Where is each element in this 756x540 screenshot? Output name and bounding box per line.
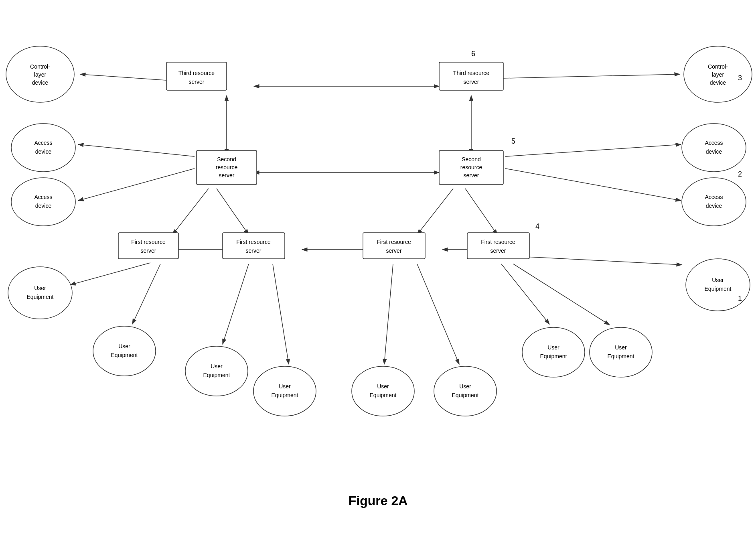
svg-text:Equipment: Equipment xyxy=(608,353,634,359)
svg-rect-45 xyxy=(223,233,285,259)
ref-num-3: 3 xyxy=(738,74,742,82)
ref-num-6: 6 xyxy=(471,50,475,58)
svg-point-77 xyxy=(686,259,750,311)
user-equipment-3: User Equipment xyxy=(253,366,316,416)
svg-text:Second: Second xyxy=(217,156,236,162)
svg-text:User: User xyxy=(377,383,389,390)
svg-line-25 xyxy=(501,264,549,324)
svg-rect-42 xyxy=(118,233,178,259)
user-equipment-far-right: User Equipment xyxy=(686,259,750,311)
svg-line-9 xyxy=(465,189,497,235)
first-resource-server-3: First resource server xyxy=(363,233,425,259)
svg-text:First resource: First resource xyxy=(481,239,515,245)
control-layer-device-left: Control- layer device xyxy=(6,46,74,102)
svg-line-6 xyxy=(172,189,209,235)
access-device-mid-right: Access device xyxy=(682,178,746,226)
svg-text:server: server xyxy=(386,248,402,254)
svg-rect-51 xyxy=(467,233,529,259)
svg-text:User: User xyxy=(211,363,223,369)
svg-text:Control-: Control- xyxy=(30,63,50,70)
svg-text:Equipment: Equipment xyxy=(705,286,732,292)
svg-line-27 xyxy=(513,264,610,325)
first-resource-server-4: First resource server xyxy=(467,233,529,259)
svg-text:device: device xyxy=(35,203,52,209)
svg-text:Equipment: Equipment xyxy=(111,352,138,358)
svg-line-17 xyxy=(505,144,681,156)
svg-point-68 xyxy=(11,178,75,226)
svg-text:device: device xyxy=(706,203,722,209)
svg-text:Access: Access xyxy=(705,140,723,146)
svg-line-20 xyxy=(132,264,160,324)
svg-text:server: server xyxy=(219,172,235,179)
svg-line-16 xyxy=(78,168,195,201)
svg-text:Access: Access xyxy=(34,194,52,200)
svg-point-71 xyxy=(682,178,746,226)
svg-text:User: User xyxy=(279,383,291,390)
svg-text:Equipment: Equipment xyxy=(540,353,567,359)
svg-rect-31 xyxy=(439,62,503,90)
user-equipment-5: User Equipment xyxy=(434,366,497,416)
svg-text:resource: resource xyxy=(460,164,482,171)
svg-line-21 xyxy=(223,264,249,344)
svg-text:First resource: First resource xyxy=(377,239,411,245)
svg-text:device: device xyxy=(35,148,52,155)
svg-text:Third resource: Third resource xyxy=(178,70,215,76)
user-equipment-2: User Equipment xyxy=(185,346,248,396)
svg-text:Access: Access xyxy=(705,194,723,200)
svg-line-24 xyxy=(417,264,459,364)
svg-text:Equipment: Equipment xyxy=(452,392,479,398)
svg-line-22 xyxy=(273,264,289,364)
access-device-top-right: Access device xyxy=(682,124,746,172)
svg-point-98 xyxy=(590,327,652,377)
ref-num-1: 1 xyxy=(738,294,742,302)
svg-text:server: server xyxy=(464,79,479,85)
first-resource-server-2: First resource server xyxy=(223,233,285,259)
svg-text:User: User xyxy=(459,383,471,390)
third-resource-server-right: Third resource server xyxy=(439,62,503,90)
svg-point-92 xyxy=(434,366,497,416)
svg-point-65 xyxy=(682,124,746,172)
svg-text:User: User xyxy=(712,277,724,283)
svg-text:server: server xyxy=(189,79,205,85)
svg-text:server: server xyxy=(141,248,156,254)
ref-num-5: 5 xyxy=(511,137,515,145)
figure-caption: Figure 2A xyxy=(0,489,756,512)
svg-text:device: device xyxy=(706,148,722,155)
svg-text:Equipment: Equipment xyxy=(203,372,230,378)
svg-text:User: User xyxy=(547,344,559,351)
svg-line-7 xyxy=(217,189,249,235)
svg-text:First resource: First resource xyxy=(236,239,271,245)
svg-text:Equipment: Equipment xyxy=(27,294,54,300)
svg-line-26 xyxy=(525,257,682,265)
svg-point-80 xyxy=(93,326,156,376)
svg-text:device: device xyxy=(32,79,49,86)
svg-text:Third resource: Third resource xyxy=(453,70,489,76)
svg-text:Second: Second xyxy=(462,156,480,162)
svg-text:Equipment: Equipment xyxy=(272,392,298,398)
svg-point-74 xyxy=(8,267,72,319)
svg-rect-48 xyxy=(363,233,425,259)
user-equipment-6: User Equipment xyxy=(522,327,585,377)
svg-point-86 xyxy=(253,366,316,416)
svg-text:Control-: Control- xyxy=(708,63,728,70)
svg-text:First resource: First resource xyxy=(131,239,166,245)
svg-text:Access: Access xyxy=(34,140,52,146)
svg-point-89 xyxy=(352,366,414,416)
main-diagram: Third resource server Third resource ser… xyxy=(0,0,756,481)
first-resource-server-1: First resource server xyxy=(118,233,178,259)
svg-text:User: User xyxy=(118,343,130,349)
second-resource-server-left: Second resource server xyxy=(197,150,257,185)
ref-num-2: 2 xyxy=(738,170,742,178)
svg-text:server: server xyxy=(246,248,261,254)
user-equipment-1: User Equipment xyxy=(93,326,156,376)
svg-text:device: device xyxy=(710,79,726,86)
svg-rect-28 xyxy=(166,62,227,90)
svg-line-23 xyxy=(384,264,393,364)
svg-line-15 xyxy=(78,144,195,156)
svg-point-95 xyxy=(522,327,585,377)
svg-line-14 xyxy=(503,74,680,78)
user-equipment-4: User Equipment xyxy=(352,366,414,416)
user-equipment-7: User Equipment xyxy=(590,327,652,377)
third-resource-server-left: Third resource server xyxy=(166,62,227,90)
svg-text:User: User xyxy=(34,285,46,291)
